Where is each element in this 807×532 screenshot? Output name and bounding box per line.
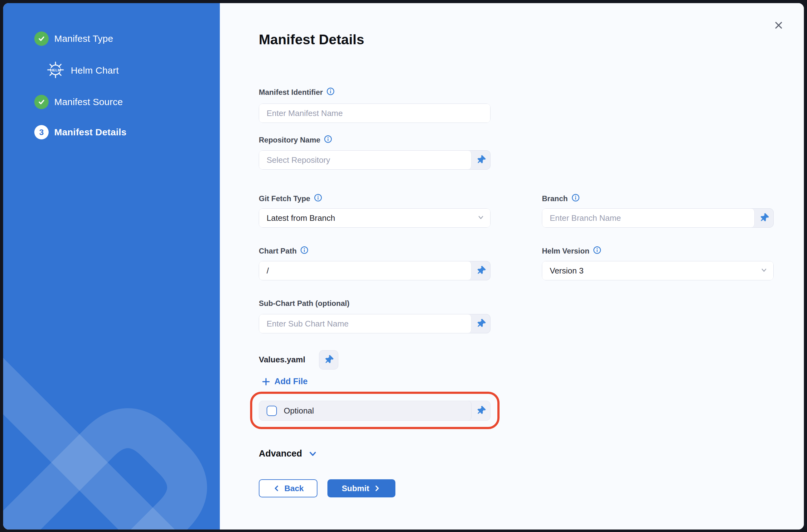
branch-name-input[interactable] (542, 209, 754, 227)
step-label: Manifest Details (54, 127, 127, 137)
sub-chart-name-input[interactable] (259, 314, 471, 333)
manifest-wizard-modal: Manifest Type HELM Helm Chart (3, 3, 804, 530)
chart-path-field (259, 261, 491, 280)
step-label: Manifest Type (54, 33, 113, 44)
check-icon (34, 95, 49, 109)
sidebar-item-manifest-type[interactable]: Manifest Type (34, 32, 113, 46)
svg-text:HELM: HELM (50, 68, 60, 72)
chart-path-input[interactable] (259, 261, 471, 280)
step-label: Manifest Source (54, 97, 123, 107)
chevron-down-icon (760, 266, 768, 276)
sidebar-item-manifest-details[interactable]: 3 Manifest Details (34, 125, 127, 139)
close-icon[interactable] (773, 20, 784, 31)
git-fetch-type-label: Git Fetch Type (259, 194, 322, 204)
chevron-right-icon (373, 484, 381, 492)
chevron-down-icon (308, 449, 318, 459)
info-icon[interactable] (314, 194, 322, 204)
harness-watermark (3, 333, 220, 530)
optional-checkbox[interactable] (267, 406, 277, 416)
pin-icon[interactable] (472, 401, 490, 420)
chevron-left-icon (272, 484, 281, 492)
info-icon[interactable] (300, 246, 308, 256)
branch-field (542, 208, 774, 228)
plus-icon (261, 377, 271, 386)
helm-version-label: Helm Version (542, 246, 601, 256)
repository-select-input[interactable] (259, 151, 471, 169)
step-number-badge: 3 (34, 125, 49, 139)
pin-icon[interactable] (755, 209, 773, 227)
info-icon[interactable] (572, 194, 580, 204)
git-fetch-type-select[interactable]: Latest from Branch (259, 208, 491, 228)
manifest-details-panel: Manifest Details Manifest Identifier Rep… (220, 3, 804, 530)
back-button[interactable]: Back (259, 479, 318, 497)
sidebar-item-manifest-source[interactable]: Manifest Source (34, 95, 123, 109)
helm-version-select[interactable]: Version 3 (542, 261, 774, 280)
manifest-identifier-field (259, 103, 491, 123)
optional-label: Optional (284, 406, 314, 416)
branch-label: Branch (542, 194, 580, 204)
check-icon (34, 32, 49, 46)
wizard-sidebar: Manifest Type HELM Helm Chart (3, 3, 220, 530)
pin-icon[interactable] (472, 261, 490, 280)
pin-icon[interactable] (319, 350, 338, 369)
chevron-down-icon (477, 213, 485, 223)
sub-chart-path-field (259, 314, 491, 334)
add-file-button[interactable]: Add File (261, 377, 308, 386)
submit-button[interactable]: Submit (327, 479, 396, 497)
pin-icon[interactable] (472, 314, 490, 333)
step-label: Helm Chart (71, 65, 119, 76)
chart-path-label: Chart Path (259, 246, 308, 256)
info-icon[interactable] (324, 135, 332, 145)
info-icon[interactable] (326, 87, 334, 97)
page-title: Manifest Details (259, 32, 364, 48)
manifest-identifier-label: Manifest Identifier (259, 87, 334, 97)
app-backdrop: Manifest Type HELM Helm Chart (0, 0, 807, 532)
select-value: Latest from Branch (267, 209, 335, 227)
advanced-toggle[interactable]: Advanced (259, 449, 318, 459)
optional-file-row: Optional (259, 401, 491, 421)
repository-name-label: Repository Name (259, 135, 332, 145)
info-icon[interactable] (593, 246, 601, 256)
pin-icon[interactable] (472, 151, 490, 169)
helm-logo-icon: HELM (47, 61, 64, 79)
repository-select-field (259, 150, 491, 170)
select-value: Version 3 (550, 261, 583, 280)
manifest-name-input[interactable] (259, 104, 490, 122)
values-yaml-label: Values.yaml (259, 355, 305, 364)
sidebar-item-helm-chart[interactable]: HELM Helm Chart (47, 61, 119, 79)
sub-chart-path-label: Sub-Chart Path (optional) (259, 299, 349, 308)
